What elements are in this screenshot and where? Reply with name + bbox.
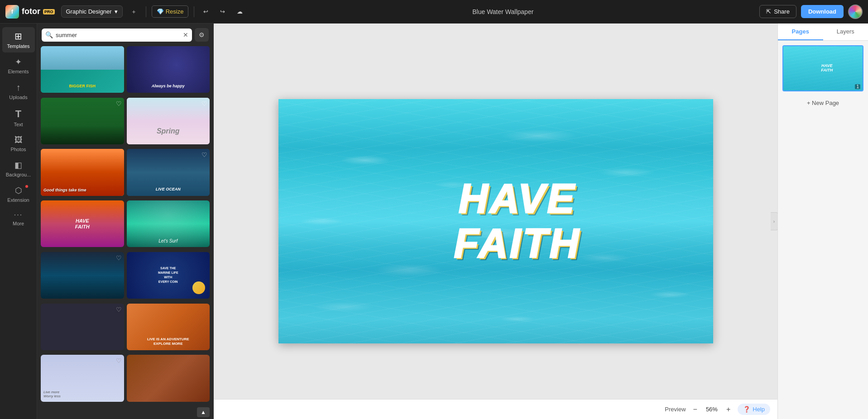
template-card-4[interactable]: Spring ♡ bbox=[127, 98, 210, 144]
main-area: ⊞ Templates ✦ Elements ↑ Uploads T Text … bbox=[0, 24, 868, 419]
upload-cloud-button[interactable]: ☁ bbox=[233, 5, 246, 18]
redo-button[interactable]: ↪ bbox=[216, 5, 229, 18]
template-card-14[interactable] bbox=[127, 355, 210, 401]
sidebar-item-photos[interactable]: 🖼 Photos bbox=[2, 132, 35, 156]
extension-icon: ⬡ bbox=[15, 186, 22, 195]
sidebar-label-text: Text bbox=[14, 122, 23, 127]
template-card-11[interactable]: ♡ bbox=[41, 304, 124, 350]
page-thumb-inner: HAVEFAITH bbox=[783, 46, 863, 90]
favorite-icon-11[interactable]: ♡ bbox=[116, 306, 122, 313]
logo[interactable]: f fotor PRO bbox=[5, 5, 55, 19]
canvas-faith-text: FAITH bbox=[454, 221, 581, 266]
zoom-level: 56% bbox=[705, 406, 719, 413]
resize-button[interactable]: 💎 Resize bbox=[152, 5, 189, 18]
share-button[interactable]: ⇱ Share bbox=[759, 5, 796, 18]
undo-icon: ↩ bbox=[203, 8, 208, 15]
add-button[interactable]: ＋ bbox=[127, 5, 140, 19]
filter-button[interactable]: ⚙ bbox=[195, 28, 209, 42]
favorite-icon-3[interactable]: ♡ bbox=[116, 100, 122, 107]
right-panel-collapse-handle[interactable]: › bbox=[771, 212, 777, 230]
logo-icon: f bbox=[5, 5, 19, 19]
favorite-icon-13[interactable]: ♡ bbox=[116, 357, 122, 364]
template-label-5: Good things take time bbox=[43, 188, 121, 192]
tab-layers[interactable]: Layers bbox=[823, 24, 868, 40]
template-card-5[interactable]: Good things take time bbox=[41, 149, 124, 195]
sidebar-item-text[interactable]: T Text bbox=[2, 105, 35, 131]
template-label-6: LIVE OCEAN bbox=[129, 187, 207, 191]
template-panel: 🔍 ✕ ⚙ BIGGER FISH Always be happy bbox=[37, 24, 214, 419]
logo-pro-badge: PRO bbox=[43, 9, 55, 14]
template-label-8: Let's Surf bbox=[129, 238, 207, 243]
template-card-2[interactable]: Always be happy bbox=[127, 46, 210, 93]
sidebar-label-templates: Templates bbox=[7, 43, 29, 49]
templates-icon: ⊞ bbox=[14, 31, 22, 42]
search-input[interactable] bbox=[56, 29, 180, 42]
template-label-4: Spring bbox=[129, 127, 207, 135]
download-button[interactable]: Download bbox=[801, 5, 844, 18]
scroll-to-top-button[interactable]: ▲ bbox=[197, 407, 210, 417]
right-tabs: Pages Layers bbox=[778, 24, 868, 41]
canvas-text: HAVE FAITH bbox=[454, 176, 581, 266]
preview-label: Preview bbox=[665, 406, 686, 413]
right-sidebar: Pages Layers HAVEFAITH 1 + New Page bbox=[777, 24, 868, 419]
plus-icon: ＋ bbox=[131, 8, 137, 16]
extension-notification-dot bbox=[25, 185, 29, 188]
filter-icon: ⚙ bbox=[199, 31, 205, 38]
bottom-bar: Preview − 56% + ❓ Help bbox=[214, 399, 777, 419]
topbar-divider-2 bbox=[194, 6, 194, 17]
sidebar-item-templates[interactable]: ⊞ Templates bbox=[2, 27, 35, 52]
topbar-divider-1 bbox=[146, 6, 146, 17]
template-card-1[interactable]: BIGGER FISH bbox=[41, 46, 124, 93]
sidebar-label-photos: Photos bbox=[10, 147, 26, 152]
template-card-12[interactable]: Live is an adventureExplore more bbox=[127, 304, 210, 350]
more-icon: ··· bbox=[14, 211, 23, 219]
search-bar: 🔍 ✕ ⚙ bbox=[37, 24, 213, 44]
resize-diamond-icon: 💎 bbox=[157, 8, 164, 15]
favorite-icon-4[interactable]: ♡ bbox=[201, 100, 207, 107]
template-label-1: BIGGER FISH bbox=[43, 84, 121, 88]
template-card-10[interactable]: SAVE THEMARINE LIFEWITHEVERY COIN bbox=[127, 252, 210, 299]
sidebar-item-uploads[interactable]: ↑ Uploads bbox=[2, 79, 35, 104]
sidebar-item-extension[interactable]: ⬡ Extension bbox=[2, 182, 35, 206]
avatar[interactable] bbox=[848, 5, 863, 19]
zoom-out-button[interactable]: − bbox=[691, 405, 700, 414]
zoom-in-button[interactable]: + bbox=[724, 405, 733, 414]
template-label-7: HAVEFAITH bbox=[75, 218, 90, 230]
favorite-icon-9[interactable]: ♡ bbox=[116, 254, 122, 262]
left-sidebar: ⊞ Templates ✦ Elements ↑ Uploads T Text … bbox=[0, 24, 37, 419]
elements-icon: ✦ bbox=[15, 57, 22, 67]
favorite-icon-6[interactable]: ♡ bbox=[201, 151, 207, 158]
sidebar-item-elements[interactable]: ✦ Elements bbox=[2, 53, 35, 78]
logo-text: fotor bbox=[22, 7, 40, 16]
sidebar-label-uploads: Uploads bbox=[9, 95, 27, 100]
template-card-6[interactable]: LIVE OCEAN ♡ bbox=[127, 149, 210, 195]
help-button[interactable]: ❓ Help bbox=[738, 404, 770, 415]
template-label-12: Live is an adventureExplore more bbox=[129, 337, 207, 347]
template-card-8[interactable]: Let's Surf bbox=[127, 200, 210, 247]
tab-pages[interactable]: Pages bbox=[778, 24, 823, 40]
search-icon: 🔍 bbox=[45, 31, 53, 38]
template-card-9[interactable]: ♡ bbox=[41, 252, 124, 299]
canvas-have-text: HAVE bbox=[454, 176, 581, 221]
sidebar-label-extension: Extension bbox=[7, 197, 29, 203]
designer-selector[interactable]: Graphic Designer ▾ bbox=[61, 5, 123, 18]
sidebar-item-background[interactable]: ◧ Backgrou... bbox=[2, 157, 35, 181]
canvas-container: HAVE FAITH bbox=[278, 99, 713, 343]
canvas-area[interactable]: HAVE FAITH › Preview − 56% + ❓ Help bbox=[214, 24, 777, 419]
sidebar-item-more[interactable]: ··· More bbox=[2, 207, 35, 230]
sidebar-label-background: Backgrou... bbox=[6, 172, 31, 177]
sidebar-label-more: More bbox=[13, 221, 24, 226]
page-thumb-text: HAVEFAITH bbox=[821, 64, 833, 73]
search-input-wrap: 🔍 ✕ bbox=[42, 29, 192, 42]
share-icon: ⇱ bbox=[766, 8, 771, 15]
template-card-13[interactable]: ♡ Live moreWorry less bbox=[41, 355, 124, 401]
undo-button[interactable]: ↩ bbox=[200, 5, 212, 18]
template-card-7[interactable]: HAVEFAITH bbox=[41, 200, 124, 247]
page-number: 1 bbox=[855, 84, 860, 89]
template-grid: BIGGER FISH Always be happy ♡ Spring ♡ G… bbox=[37, 44, 213, 405]
page-thumbnail-1[interactable]: HAVEFAITH 1 bbox=[782, 45, 863, 91]
new-page-button[interactable]: + New Page bbox=[782, 95, 863, 111]
template-card-3[interactable]: ♡ bbox=[41, 98, 124, 144]
topbar: f fotor PRO Graphic Designer ▾ ＋ 💎 Resiz… bbox=[0, 0, 868, 24]
search-clear-button[interactable]: ✕ bbox=[183, 31, 188, 38]
